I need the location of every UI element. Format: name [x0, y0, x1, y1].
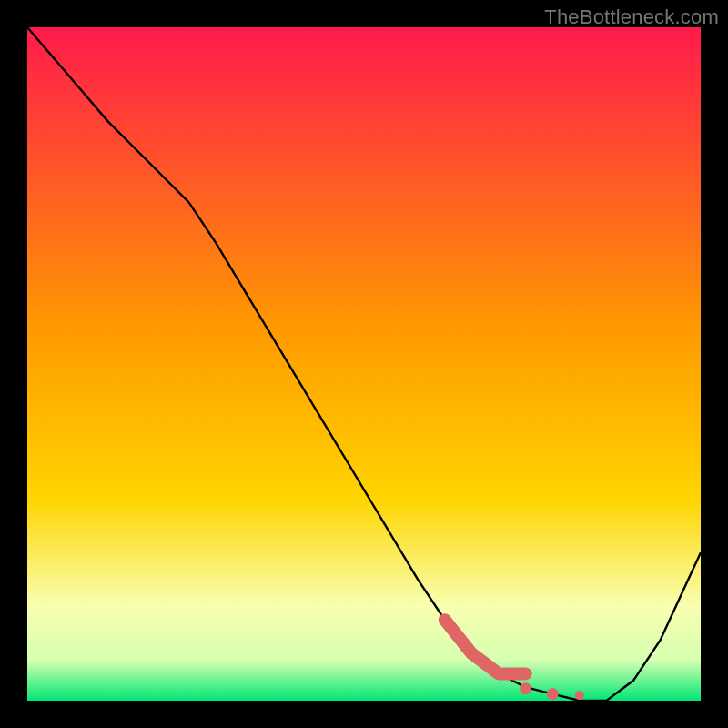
svg-point-2: [547, 688, 559, 700]
plot-background: [27, 27, 701, 701]
chart-root: TheBottleneck.com: [0, 0, 728, 728]
bottleneck-chart: [0, 0, 728, 728]
svg-point-1: [520, 682, 531, 694]
svg-point-3: [575, 691, 584, 700]
watermark: TheBottleneck.com: [544, 5, 719, 29]
